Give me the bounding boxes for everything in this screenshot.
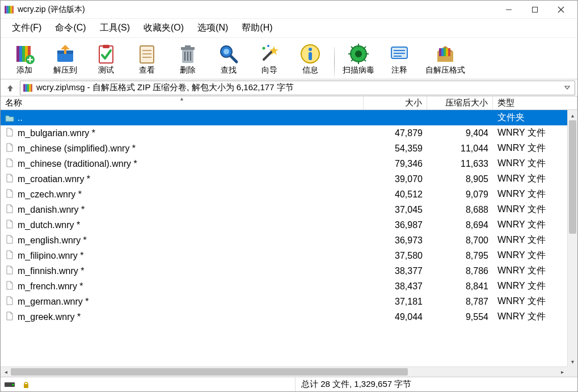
file-icon xyxy=(5,281,18,292)
column-type[interactable]: 类型 xyxy=(493,96,577,109)
svg-line-47 xyxy=(351,47,353,49)
toolbar-view[interactable]: 查看 xyxy=(126,41,167,77)
vertical-scrollbar[interactable]: ▴ ▾ xyxy=(567,110,577,366)
horizontal-scrollbar[interactable]: ◂ ▸ xyxy=(1,366,567,377)
file-name: m_czech.wnry * xyxy=(18,189,82,200)
menu-options[interactable]: 选项(N) xyxy=(192,21,234,35)
file-type: WNRY 文件 xyxy=(493,219,567,231)
file-name: m_filipino.wnry * xyxy=(18,251,83,261)
up-button[interactable] xyxy=(4,82,16,94)
menu-commands[interactable]: 命令(C) xyxy=(49,21,91,35)
column-name[interactable]: 名称 ▴ xyxy=(1,96,364,109)
menu-tools[interactable]: 工具(S) xyxy=(94,21,136,35)
menu-file[interactable]: 文件(F) xyxy=(6,21,47,35)
toolbar-view-label: 查看 xyxy=(139,65,155,75)
vscroll-thumb[interactable] xyxy=(569,120,576,234)
file-name: m_french.wnry * xyxy=(18,281,83,292)
file-row[interactable]: m_finnish.wnry *38,3778,786WNRY 文件 xyxy=(1,263,567,279)
file-row[interactable]: m_french.wnry *38,4378,841WNRY 文件 xyxy=(1,279,567,294)
titlebar: wcry.zip (评估版本) xyxy=(1,1,577,19)
file-icon xyxy=(5,158,18,170)
toolbar-add[interactable]: 添加 xyxy=(4,41,45,77)
svg-rect-57 xyxy=(439,48,441,56)
parent-folder-row[interactable]: .. 文件夹 xyxy=(1,110,567,125)
maximize-button[interactable] xyxy=(522,1,548,18)
file-size: 36,973 xyxy=(364,235,427,246)
file-row[interactable]: m_danish.wnry *37,0458,688WNRY 文件 xyxy=(1,202,567,217)
file-name: m_greek.wnry * xyxy=(18,312,81,322)
file-type: WNRY 文件 xyxy=(493,250,567,262)
drive-icon xyxy=(4,381,16,389)
toolbar-delete[interactable]: 删除 xyxy=(167,41,208,77)
file-row[interactable]: m_czech.wnry *40,5129,079WNRY 文件 xyxy=(1,187,567,202)
toolbar-info[interactable]: 信息 xyxy=(290,41,331,77)
file-row[interactable]: m_chinese (simplified).wnry *54,35911,04… xyxy=(1,141,567,156)
toolbar: 添加 解压到 测试 查看 删除 查找 xyxy=(1,38,577,79)
scroll-left-icon[interactable]: ◂ xyxy=(1,367,11,377)
file-row[interactable]: m_filipino.wnry *37,5808,795WNRY 文件 xyxy=(1,248,567,263)
svg-line-50 xyxy=(351,59,353,61)
scroll-right-icon[interactable]: ▸ xyxy=(557,367,567,377)
file-icon xyxy=(5,189,18,200)
file-name: m_chinese (traditional).wnry * xyxy=(18,159,137,169)
file-size: 54,359 xyxy=(364,144,427,154)
menu-favorites[interactable]: 收藏夹(O) xyxy=(138,21,189,35)
toolbar-wizard[interactable]: 向导 xyxy=(249,41,290,77)
file-name: m_english.wnry * xyxy=(18,235,87,246)
file-packed: 8,905 xyxy=(427,174,493,184)
column-packed[interactable]: 压缩后大小 xyxy=(427,96,493,109)
toolbar-comment-label: 注释 xyxy=(391,65,407,75)
menu-help[interactable]: 帮助(H) xyxy=(236,21,278,35)
file-packed: 9,404 xyxy=(427,128,493,138)
svg-rect-61 xyxy=(448,48,450,56)
extract-icon xyxy=(54,43,77,65)
toolbar-extract-to[interactable]: 解压到 xyxy=(45,41,86,77)
file-row[interactable]: m_greek.wnry *49,0449,554WNRY 文件 xyxy=(1,309,567,324)
file-size: 49,044 xyxy=(364,312,427,322)
file-row[interactable]: m_croatian.wnry *39,0708,905WNRY 文件 xyxy=(1,171,567,187)
minimize-button[interactable] xyxy=(496,1,522,18)
file-size: 37,580 xyxy=(364,251,427,261)
column-size[interactable]: 大小 xyxy=(364,96,427,109)
file-row[interactable]: m_bulgarian.wnry *47,8799,404WNRY 文件 xyxy=(1,125,567,141)
file-packed: 8,688 xyxy=(427,205,493,215)
file-name: m_croatian.wnry * xyxy=(18,174,90,184)
svg-rect-11 xyxy=(22,46,25,62)
archive-icon xyxy=(23,83,33,93)
info-icon xyxy=(299,43,322,65)
scroll-down-icon[interactable]: ▾ xyxy=(568,356,577,366)
svg-point-37 xyxy=(267,45,269,47)
toolbar-find[interactable]: 查找 xyxy=(208,41,249,77)
file-type: WNRY 文件 xyxy=(493,296,567,307)
svg-rect-69 xyxy=(24,384,28,388)
scroll-up-icon[interactable]: ▴ xyxy=(568,110,577,120)
file-packed: 8,795 xyxy=(427,251,493,261)
svg-rect-1 xyxy=(7,6,9,14)
toolbar-sfx[interactable]: 自解压格式 xyxy=(420,41,471,77)
file-packed: 11,633 xyxy=(427,159,493,169)
file-type: WNRY 文件 xyxy=(493,280,567,292)
toolbar-test[interactable]: 测试 xyxy=(86,41,126,77)
file-row[interactable]: m_dutch.wnry *36,9878,694WNRY 文件 xyxy=(1,217,567,233)
file-row[interactable]: m_english.wnry *36,9738,700WNRY 文件 xyxy=(1,233,567,248)
file-size: 38,437 xyxy=(364,281,427,292)
file-row[interactable]: m_chinese (traditional).wnry *79,34611,6… xyxy=(1,156,567,171)
file-icon xyxy=(5,128,18,139)
svg-line-48 xyxy=(364,59,366,61)
hscroll-thumb[interactable] xyxy=(11,368,408,376)
toolbar-comment[interactable]: 注释 xyxy=(379,41,420,77)
address-box[interactable]: wcry.zip\msg - 自解压格式 ZIP 压缩分卷, 解包大小为 6,1… xyxy=(20,81,575,95)
file-row[interactable]: m_german.wnry *37,1818,787WNRY 文件 xyxy=(1,294,567,309)
add-icon xyxy=(13,43,36,65)
file-name: m_bulgarian.wnry * xyxy=(18,128,95,138)
file-type: WNRY 文件 xyxy=(493,158,567,170)
test-icon xyxy=(95,43,117,65)
file-packed: 8,786 xyxy=(427,266,493,276)
toolbar-virus-scan[interactable]: 扫描病毒 xyxy=(338,41,379,77)
address-dropdown[interactable] xyxy=(562,83,572,92)
file-icon xyxy=(5,296,18,307)
file-packed: 8,694 xyxy=(427,220,493,230)
svg-rect-62 xyxy=(23,84,25,92)
close-button[interactable] xyxy=(548,1,574,18)
folder-up-icon xyxy=(5,113,14,123)
